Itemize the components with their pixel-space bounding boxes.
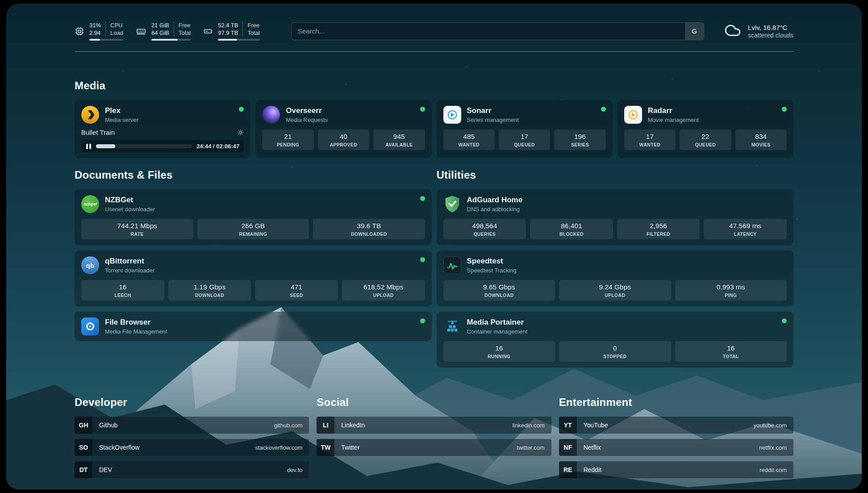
topbar-divider	[75, 51, 793, 52]
disk-widget: 52.4 TB 97.9 TB Free Total	[203, 21, 260, 41]
section-title-social: Social	[317, 396, 551, 409]
filebrowser-icon	[81, 318, 99, 335]
bookmark-abbr: SO	[75, 439, 92, 456]
memory-labels: Free Total	[174, 21, 191, 37]
bookmark-name: YouTube	[584, 422, 608, 429]
stat-box: 17 WANTED	[624, 130, 676, 150]
utilities-column: Utilities	[437, 169, 794, 373]
bookmark-stackoverflow[interactable]: SO StackOverflow stackoverflow.com	[75, 439, 309, 456]
search-provider-button[interactable]: G	[685, 23, 704, 40]
bookmark-abbr: NF	[559, 439, 577, 456]
bookmark-name: Github	[99, 422, 117, 429]
stat-box: 945 AVAILABLE	[373, 130, 425, 150]
service-card-radarr[interactable]: Radarr Movie management 17 WANTED 22 QUE…	[618, 100, 793, 158]
stat-box: 471 SEED	[255, 280, 338, 301]
cpu-labels: CPU Load	[105, 21, 123, 37]
bookmark-url: stackoverflow.com	[255, 444, 302, 451]
bookmark-dev[interactable]: DT DEV dev.to	[75, 461, 309, 478]
bookmark-name: Netflix	[584, 444, 601, 451]
bookmark-url: youtube.com	[754, 422, 787, 429]
card-subtitle: Series management	[467, 117, 519, 123]
service-card-plex[interactable]: Plex Media server Bullet Train	[75, 100, 250, 158]
stat-box: 485 WANTED	[443, 130, 495, 150]
disk-values: 52.4 TB 97.9 TB	[218, 21, 238, 37]
stat-box: 1.19 Gbps DOWNLOAD	[168, 280, 251, 301]
bookmark-group-developer: Developer GH Github github.com SO StackO…	[75, 396, 309, 484]
cpu-percent: 31%	[89, 21, 101, 29]
stat-box: 40 APPROVED	[318, 130, 369, 150]
service-card-speedtest[interactable]: Speedtest Speedtest Tracking 9.65 Gbps D…	[437, 251, 794, 306]
status-dot	[782, 318, 787, 323]
qbittorrent-icon: qb	[81, 256, 99, 274]
pause-icon[interactable]	[86, 143, 92, 150]
topbar: 31% 2.94 CPU Load	[75, 21, 793, 41]
section-title-developer: Developer	[75, 396, 309, 409]
stat-box: 196 SERIES	[554, 130, 605, 150]
bookmark-abbr: DT	[75, 461, 92, 478]
card-subtitle: Speedtest Tracking	[467, 267, 517, 274]
card-name: File Browser	[105, 318, 167, 327]
service-card-nzbget[interactable]: nzbget NZBGet Usenet downloader 744.21 M…	[75, 189, 432, 245]
search-input[interactable]	[292, 23, 685, 40]
status-dot	[420, 318, 425, 323]
bookmark-group-entertainment: Entertainment YT YouTube youtube.com NF …	[559, 396, 793, 484]
status-dot	[420, 196, 425, 201]
bookmark-netflix[interactable]: NF Netflix netflix.com	[559, 439, 793, 456]
card-subtitle: Container management	[467, 328, 528, 335]
weather-widget: Lviv, 16.87°C scattered clouds	[723, 22, 793, 41]
service-card-qbittorrent[interactable]: qb qBittorrent Torrent downloader 16 LEE…	[75, 251, 432, 306]
cpu-widget: 31% 2.94 CPU Load	[75, 21, 123, 41]
bookmark-abbr: GH	[75, 417, 92, 434]
bookmark-github[interactable]: GH Github github.com	[75, 417, 309, 434]
service-card-overseerr[interactable]: Overseerr Media Requests 21 PENDING 40 A…	[255, 100, 431, 158]
card-subtitle: Media server	[105, 117, 138, 123]
bookmark-abbr: RE	[559, 461, 577, 478]
card-name: Speedtest	[467, 257, 517, 266]
cpu-values: 31% 2.94	[89, 21, 101, 37]
playback-progress-track	[96, 144, 192, 148]
media-cards-row: Plex Media server Bullet Train	[75, 100, 793, 158]
stat-box: 834 MOVIES	[735, 130, 787, 150]
bookmark-reddit[interactable]: RE Reddit reddit.com	[559, 461, 793, 478]
bookmark-twitter[interactable]: TW Twitter twitter.com	[317, 439, 551, 456]
stat-box: 0 STOPPED	[559, 341, 671, 362]
weather-location: Lviv, 16.87°C	[748, 24, 793, 31]
service-card-portainer[interactable]: Media Portainer Container management 16 …	[437, 312, 794, 368]
stat-box: 9.65 Gbps DOWNLOAD	[443, 280, 555, 301]
card-subtitle: Media Requests	[286, 117, 328, 123]
section-title-media: Media	[75, 79, 793, 92]
adguard-icon	[443, 195, 461, 213]
bookmark-name: Twitter	[341, 444, 359, 451]
card-subtitle: Movie management	[648, 117, 699, 123]
card-name: AdGuard Home	[467, 196, 523, 205]
bookmark-name: DEV	[99, 466, 112, 473]
snow-specks	[6, 4, 7, 4]
stat-box: 47.569 ms LATENCY	[704, 219, 787, 239]
now-playing-title: Bullet Train	[81, 129, 115, 136]
card-name: qBittorrent	[105, 257, 154, 266]
service-card-sonarr[interactable]: Sonarr Series management 485 WANTED 17 Q…	[437, 100, 613, 158]
stat-box: 21 PENDING	[262, 130, 313, 150]
service-card-adguard[interactable]: AdGuard Home DNS and adblocking 498,564 …	[437, 189, 794, 245]
memory-widget: 21 GiB 64 GiB Free Total	[136, 21, 191, 41]
stat-box: 266 GB REMAINING	[197, 219, 309, 239]
bookmark-abbr: YT	[559, 417, 577, 434]
disk-usage-bar	[218, 39, 260, 41]
bookmark-url: github.com	[274, 422, 303, 429]
bookmark-url: twitter.com	[517, 444, 545, 451]
stat-box: 9.24 Gbps UPLOAD	[559, 280, 671, 301]
bookmark-youtube[interactable]: YT YouTube youtube.com	[559, 417, 793, 434]
bookmark-abbr: TW	[317, 439, 334, 456]
memory-icon	[136, 26, 146, 36]
dashboard-content: 31% 2.94 CPU Load	[75, 4, 793, 484]
gear-icon[interactable]	[237, 129, 244, 136]
service-card-filebrowser[interactable]: File Browser Media File Management	[75, 312, 432, 341]
card-name: Media Portainer	[467, 318, 528, 327]
card-subtitle: Usenet downloader	[105, 206, 155, 213]
card-name: NZBGet	[105, 196, 155, 205]
card-subtitle: DNS and adblocking	[467, 206, 523, 213]
section-title-utilities: Utilities	[437, 169, 794, 181]
bookmark-linkedin[interactable]: LI LinkedIn linkedin.com	[317, 417, 551, 434]
search-bar: G	[291, 22, 704, 40]
stat-box: 22 QUEUED	[680, 130, 731, 150]
